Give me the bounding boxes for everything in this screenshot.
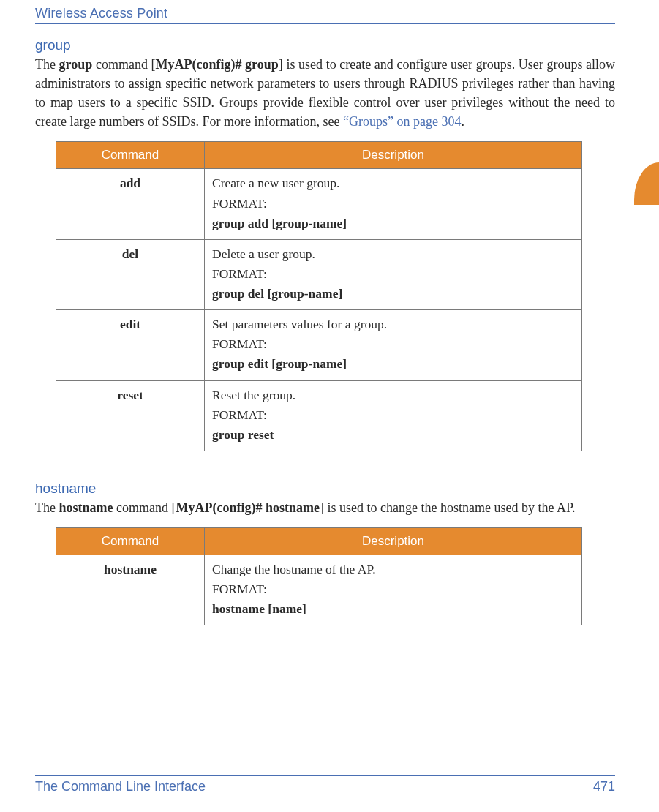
desc-line: Change the hostname of the AP.: [212, 560, 574, 579]
cell-description: Delete a user group. FORMAT: group del […: [205, 239, 582, 309]
footer-chapter: The Command Line Interface: [35, 779, 206, 794]
desc-format: group del [group-name]: [212, 284, 574, 304]
desc-line: FORMAT:: [212, 264, 574, 284]
running-head: Wireless Access Point: [35, 6, 615, 24]
col-header-description: Description: [205, 527, 582, 555]
text: command [: [113, 500, 176, 515]
page: Wireless Access Point group The group co…: [0, 0, 659, 812]
prompt-text: MyAP(config)# hostname: [176, 500, 319, 515]
cell-command: hostname: [56, 555, 205, 625]
desc-line: Reset the group.: [212, 386, 574, 405]
cell-command: reset: [56, 380, 205, 451]
desc-format: group edit [group-name]: [212, 354, 574, 374]
cell-command: del: [56, 239, 205, 309]
table-row: hostname Change the hostname of the AP. …: [56, 555, 582, 625]
table-header-row: Command Description: [56, 142, 582, 169]
table-row: add Create a new user group. FORMAT: gro…: [56, 169, 582, 239]
cell-description: Set parameters values for a group. FORMA…: [205, 310, 582, 380]
cmd-word: hostname: [59, 500, 113, 515]
desc-format: group add [group-name]: [212, 214, 574, 233]
table-group-commands: Command Description add Create a new use…: [56, 141, 582, 451]
desc-line: FORMAT:: [212, 334, 574, 354]
desc-line: FORMAT:: [212, 405, 574, 425]
cell-command: edit: [56, 310, 205, 380]
paragraph-hostname: The hostname command [MyAP(config)# host…: [35, 498, 615, 517]
text: The: [35, 500, 59, 515]
footer-page-number: 471: [593, 779, 615, 794]
desc-format: group reset: [212, 425, 574, 445]
table-row: reset Reset the group. FORMAT: group res…: [56, 380, 582, 451]
desc-line: FORMAT:: [212, 194, 574, 214]
paragraph-group: The group command [MyAP(config)# group] …: [35, 55, 615, 131]
desc-line: Delete a user group.: [212, 244, 574, 264]
cell-command: add: [56, 169, 205, 239]
text: .: [462, 114, 465, 129]
section-title-group: group: [35, 37, 615, 53]
table-hostname-commands: Command Description hostname Change the …: [56, 527, 582, 625]
col-header-command: Command: [56, 527, 205, 555]
cell-description: Reset the group. FORMAT: group reset: [205, 380, 582, 451]
section-title-hostname: hostname: [35, 481, 615, 497]
cmd-word: group: [59, 57, 93, 72]
col-header-command: Command: [56, 142, 205, 169]
text: The: [35, 57, 59, 72]
table-row: del Delete a user group. FORMAT: group d…: [56, 239, 582, 309]
prompt-text: MyAP(config)# group: [156, 57, 279, 72]
col-header-description: Description: [205, 142, 582, 169]
desc-line: Set parameters values for a group.: [212, 315, 574, 334]
cell-description: Create a new user group. FORMAT: group a…: [205, 169, 582, 239]
page-footer: The Command Line Interface 471: [35, 775, 615, 794]
cell-description: Change the hostname of the AP. FORMAT: h…: [205, 555, 582, 625]
text: ] is used to change the hostname used by…: [320, 500, 575, 515]
desc-line: Create a new user group.: [212, 173, 574, 193]
desc-line: FORMAT:: [212, 579, 574, 599]
text: command [: [92, 57, 155, 72]
desc-format: hostname [name]: [212, 599, 574, 619]
table-row: edit Set parameters values for a group. …: [56, 310, 582, 380]
thumb-tab: [634, 162, 659, 205]
cross-ref-link[interactable]: “Groups” on page 304: [343, 114, 461, 129]
table-header-row: Command Description: [56, 527, 582, 555]
